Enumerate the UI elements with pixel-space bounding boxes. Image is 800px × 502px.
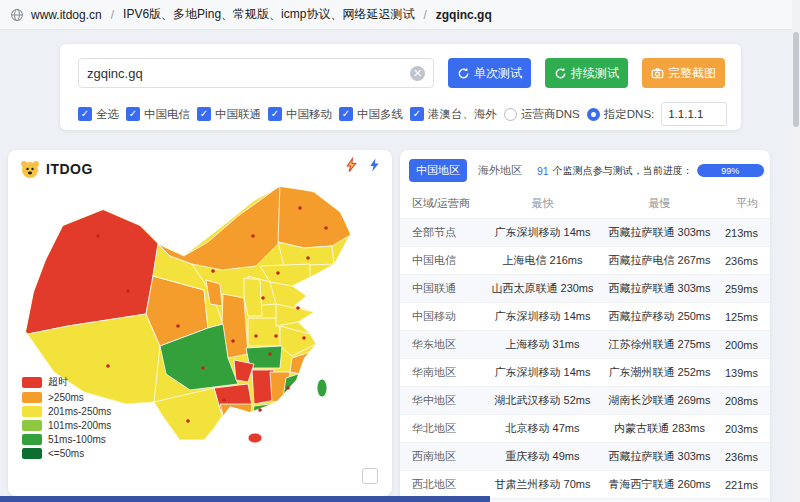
legend-item: 超时 [22,375,111,389]
tab-overseas-region[interactable]: 海外地区 [471,159,529,182]
filter-checkbox[interactable]: ✓ 港澳台、海外 [410,107,497,122]
clear-input-icon[interactable]: ✕ [410,66,425,81]
map-layers-control[interactable] [362,468,378,484]
filter-checkbox[interactable]: ✓ 中国联通 [197,107,261,122]
legend-item: <=50ms [22,448,111,459]
average-cell: 203ms [718,415,770,443]
region-cell: 中国联通 [400,275,484,303]
continuous-test-button[interactable]: 持续测试 [545,58,628,88]
average-cell: 249ms [718,499,770,502]
current-target: zgqinc.gq [436,8,492,22]
isp-dns-radio[interactable]: 运营商DNS [504,107,580,122]
fastest-cell: 上海电信 216ms [484,247,601,275]
results-tbody: 全部节点 广东深圳移动 14ms 西藏拉萨联通 303ms 213ms 中国电信… [400,219,770,502]
single-test-button[interactable]: 单次测试 [448,58,531,88]
table-row: 华南地区 广东深圳移动 14ms 广东潮州联通 252ms 139ms [400,359,770,387]
col-fastest: 最快 [484,189,601,219]
breadcrumb-separator: / [423,8,426,22]
col-average: 平均 [718,189,770,219]
scrollbar-thumb[interactable] [793,32,799,127]
legend-label: 101ms-200ms [48,420,111,431]
results-card: 中国地区 海外地区 91 个监测点参与测试，当前进度： 99% 区域/运营商 最… [400,150,770,502]
fastest-cell: 山西太原联通 230ms [484,275,601,303]
fastest-cell: 北京移动 47ms [484,415,601,443]
filter-checkbox[interactable]: ✓ 全选 [78,107,119,122]
checkbox-checked-icon: ✓ [268,107,282,121]
full-screenshot-label: 完整截图 [668,65,716,82]
slowest-cell: 青海西宁联通 260ms [601,471,718,499]
region-cell: 华南地区 [400,359,484,387]
checkbox-label: 中国多线 [357,107,403,122]
browser-address-bar: www.itdog.cn / IPV6版、多地Ping、常规版、icmp协议、网… [0,0,800,30]
itdog-logo: ITDOG [18,157,93,181]
logo-text: ITDOG [46,161,93,177]
legend-label: <=50ms [48,448,84,459]
legend-label: 超时 [48,375,68,389]
fastest-cell: 湖北武汉移动 52ms [484,387,601,415]
table-row: 全部节点 广东深圳移动 14ms 西藏拉萨联通 303ms 213ms [400,219,770,247]
checkbox-checked-icon: ✓ [339,107,353,121]
tab-china-region[interactable]: 中国地区 [409,159,467,182]
filter-checkbox[interactable]: ✓ 中国移动 [268,107,332,122]
progress-fill: 99% [697,164,764,177]
search-row: ✕ 单次测试 持续测试 完整截图 [78,58,725,88]
filter-checkbox[interactable]: ✓ 中国多线 [339,107,403,122]
checkbox-label: 全选 [96,107,119,122]
average-cell: 259ms [718,275,770,303]
fastest-cell: 广东深圳移动 14ms [484,303,601,331]
full-screenshot-button[interactable]: 完整截图 [642,58,725,88]
progress-value: 99% [721,166,739,176]
dog-icon [18,157,42,181]
page-scrollbar[interactable] [792,0,800,502]
legend-label: 51ms-100ms [48,434,106,445]
checkbox-label: 中国移动 [286,107,332,122]
region-cell: 西北地区 [400,471,484,499]
site-title: IPV6版、多地Ping、常规版、icmp协议、网络延迟测试 [123,6,414,23]
table-header-row: 区域/运营商 最快 最慢 平均 [400,189,770,219]
average-cell: 200ms [718,331,770,359]
legend-item: 51ms-100ms [22,434,111,445]
custom-dns-radio[interactable]: 指定DNS: [587,107,654,122]
table-row: 西南地区 重庆移动 49ms 西藏拉萨联通 303ms 236ms [400,443,770,471]
legend-item: 201ms-250ms [22,406,111,417]
taiwan-region [317,379,327,397]
table-row: 中国移动 广东深圳移动 14ms 西藏拉萨移动 250ms 125ms [400,303,770,331]
average-cell: 139ms [718,359,770,387]
legend: 超时 >250ms 201ms-250ms 101ms-200ms 51ms-1… [22,372,111,462]
target-input[interactable] [87,66,410,81]
progress-status-text: 个监测点参与测试，当前进度： [553,164,693,178]
slowest-cell: 西藏拉萨联通 303ms [601,275,718,303]
checkbox-label: 中国联通 [215,107,261,122]
globe-icon [10,8,24,22]
monitor-count: 91 [537,165,549,177]
legend-item: 101ms-200ms [22,420,111,431]
search-card: ✕ 单次测试 持续测试 完整截图 ✓ 全选 [60,44,741,130]
average-cell: 236ms [718,247,770,275]
results-header: 中国地区 海外地区 91 个监测点参与测试，当前进度： 99% [400,150,770,189]
legend-swatch [22,434,42,445]
region-cell: 华中地区 [400,387,484,415]
checkbox-label: 港澳台、海外 [428,107,497,122]
slowest-cell: 西藏拉萨移动 250ms [601,303,718,331]
table-row: 华中地区 湖北武汉移动 52ms 湖南长沙联通 269ms 208ms [400,387,770,415]
fastest-cell: 黑龙江哈尔滨移动 220ms [484,499,601,502]
region-cell: 西南地区 [400,443,484,471]
radio-icon [504,108,517,121]
region-cell: 全部节点 [400,219,484,247]
filter-checkbox[interactable]: ✓ 中国电信 [126,107,190,122]
table-row: 华北地区 北京移动 47ms 内蒙古联通 283ms 203ms [400,415,770,443]
table-row: 西北地区 甘肃兰州移动 70ms 青海西宁联通 260ms 221ms [400,471,770,499]
checkbox-checked-icon: ✓ [126,107,140,121]
breadcrumb-separator: / [111,8,114,22]
legend-label: 201ms-250ms [48,406,111,417]
fast-mode-bolt-icon[interactable] [367,157,382,173]
legend-swatch [22,377,42,388]
legend-swatch [22,448,42,459]
speed-bolt-icon[interactable] [344,157,359,173]
dns-input[interactable] [661,102,727,126]
slowest-cell: 内蒙古联通 283ms [601,415,718,443]
custom-dns-label: 指定DNS: [604,107,654,122]
hainan-region [248,433,262,443]
region-cell: 中国移动 [400,303,484,331]
site-host: www.itdog.cn [31,8,102,22]
